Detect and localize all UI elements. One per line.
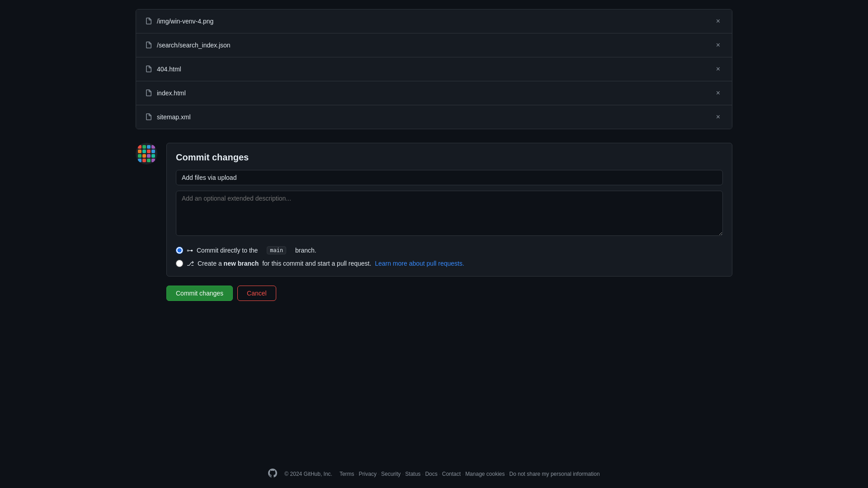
footer-separator: · (438, 471, 442, 477)
avatar-cell (151, 159, 155, 162)
footer-separator: · (401, 471, 405, 477)
commit-area: Commit changes ⊶ Commit directly to the … (136, 143, 732, 277)
file-icon (145, 113, 152, 121)
footer-link-privacy[interactable]: Privacy (359, 471, 377, 477)
file-remove-button[interactable]: × (713, 113, 723, 122)
avatar-cell (151, 145, 155, 149)
footer: © 2024 GitHub, Inc. Terms · Privacy · Se… (0, 450, 868, 488)
avatar-cell (142, 159, 146, 162)
commit-description-textarea[interactable] (176, 191, 723, 236)
radio-direct-suffix: branch. (295, 247, 316, 254)
footer-link-contact[interactable]: Contact (442, 471, 461, 477)
file-name: index.html (157, 89, 186, 97)
radio-direct-input[interactable] (176, 247, 183, 254)
avatar-cell (147, 154, 151, 158)
avatar-grid (138, 145, 155, 162)
avatar-cell (151, 150, 155, 153)
footer-separator: · (420, 471, 425, 477)
cancel-button[interactable]: Cancel (237, 286, 276, 301)
avatar (136, 143, 157, 164)
commit-message-input[interactable] (176, 170, 723, 185)
avatar-cell (138, 154, 142, 158)
avatar-cell (138, 159, 142, 162)
footer-link-docs[interactable]: Docs (425, 471, 437, 477)
footer-link-dnsmpi[interactable]: Do not share my personal information (509, 471, 600, 477)
file-name: sitemap.xml (157, 113, 191, 121)
avatar-cell (147, 145, 151, 149)
file-remove-button[interactable]: × (713, 89, 723, 98)
footer-link-security[interactable]: Security (381, 471, 401, 477)
commit-panel: Commit changes ⊶ Commit directly to the … (166, 143, 732, 277)
file-item-left: sitemap.xml (145, 113, 191, 121)
avatar-cell (151, 154, 155, 158)
file-icon (145, 18, 152, 25)
footer-separator: · (354, 471, 359, 477)
file-item: 404.html× (136, 57, 732, 81)
file-icon (145, 89, 152, 97)
avatar-cell (147, 159, 151, 162)
radio-new-branch-input[interactable] (176, 260, 183, 267)
footer-separator: · (377, 471, 381, 477)
branch-badge: main (267, 246, 286, 254)
avatar-cell (142, 154, 146, 158)
commit-title: Commit changes (176, 152, 723, 163)
footer-copyright: © 2024 GitHub, Inc. (284, 471, 332, 477)
file-remove-button[interactable]: × (713, 65, 723, 74)
file-icon (145, 66, 152, 73)
avatar-cell (138, 145, 142, 149)
radio-direct-option[interactable]: ⊶ Commit directly to the main branch. (176, 246, 723, 254)
avatar-cell (142, 145, 146, 149)
radio-direct-label: Commit directly to the (197, 247, 258, 254)
avatar-cell (142, 150, 146, 153)
action-buttons: Commit changes Cancel (136, 286, 732, 301)
learn-more-link[interactable]: Learn more about pull requests. (375, 260, 464, 267)
file-item: /img/win-venv-4.png× (136, 9, 732, 33)
file-item-left: 404.html (145, 66, 181, 73)
commit-options: ⊶ Commit directly to the main branch. ⎇ … (176, 246, 723, 267)
file-name: /search/search_index.json (157, 42, 231, 49)
commit-icon: ⊶ (187, 247, 193, 254)
footer-links: Terms · Privacy · Security · Status · Do… (340, 471, 600, 477)
file-item: index.html× (136, 81, 732, 105)
file-remove-button[interactable]: × (713, 41, 723, 50)
file-item-left: index.html (145, 89, 186, 97)
footer-separator: · (505, 471, 509, 477)
avatar-cell (147, 150, 151, 153)
radio-new-branch-option[interactable]: ⎇ Create a new branch for this commit an… (176, 260, 723, 267)
file-name: 404.html (157, 66, 181, 73)
file-list: /img/win-venv-4.png×/search/search_index… (136, 9, 732, 129)
file-item-left: /img/win-venv-4.png (145, 18, 213, 25)
branch-icon: ⎇ (187, 260, 194, 267)
file-item-left: /search/search_index.json (145, 42, 231, 49)
footer-separator: · (461, 471, 465, 477)
footer-link-manage-cookies[interactable]: Manage cookies (465, 471, 505, 477)
file-item: /search/search_index.json× (136, 33, 732, 57)
radio-new-branch-label: Create a new branch for this commit and … (198, 260, 464, 267)
github-logo-icon (268, 469, 277, 479)
commit-changes-button[interactable]: Commit changes (166, 286, 233, 301)
file-item: sitemap.xml× (136, 105, 732, 129)
footer-link-terms[interactable]: Terms (340, 471, 354, 477)
file-remove-button[interactable]: × (713, 17, 723, 26)
footer-link-status[interactable]: Status (405, 471, 420, 477)
avatar-cell (138, 150, 142, 153)
file-name: /img/win-venv-4.png (157, 18, 213, 25)
file-icon (145, 42, 152, 49)
